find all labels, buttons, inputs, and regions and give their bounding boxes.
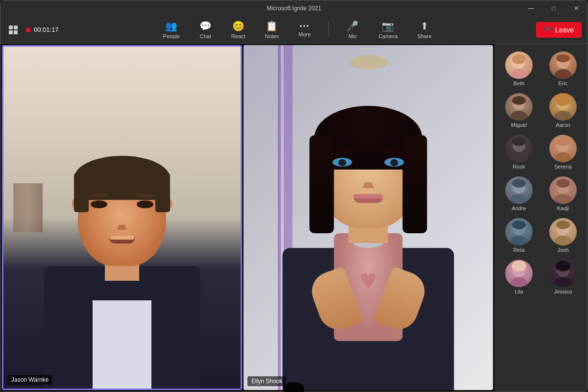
participant-avatar-aaron — [549, 93, 577, 121]
more-icon: ••• — [300, 22, 310, 30]
camera-button[interactable]: 📷 Camera — [374, 18, 401, 41]
notes-label: Notes — [265, 33, 279, 39]
people-button[interactable]: 👥 People — [159, 18, 184, 41]
miguel-avatar-image — [505, 93, 533, 121]
face — [78, 163, 166, 266]
rook-avatar-image — [505, 135, 533, 162]
phone-icon: 📞 — [542, 24, 554, 35]
people-icon: 👥 — [165, 20, 177, 32]
hair-right — [155, 173, 170, 212]
lila-avatar-image — [505, 260, 533, 287]
video-panel-ellyn[interactable]: ♥ — [244, 45, 493, 390]
ellyn-video-feed: ♥ — [244, 45, 493, 390]
josh-name: Josh — [557, 247, 568, 253]
participant-avatar-miguel — [505, 93, 533, 121]
svg-point-2 — [512, 54, 526, 64]
svg-point-1 — [510, 69, 528, 79]
participant-jessica[interactable]: Jessica — [542, 258, 584, 296]
participant-rook[interactable]: Rook — [498, 133, 539, 172]
leave-label: Leave — [555, 26, 574, 34]
participant-avatar-reta — [505, 218, 533, 245]
chat-button[interactable]: 💬 Chat — [196, 18, 216, 41]
serena-avatar-image — [549, 135, 577, 162]
participant-miguel[interactable]: Miguel — [498, 91, 539, 130]
aaron-avatar-image — [549, 93, 577, 121]
svg-point-4 — [554, 69, 572, 79]
more-label: More — [298, 31, 311, 37]
participant-andre[interactable]: Andre — [498, 174, 539, 213]
mic-button[interactable]: 🎤 Mic — [343, 18, 363, 41]
people-label: People — [163, 33, 180, 39]
svg-point-35 — [556, 261, 570, 271]
participant-aaron[interactable]: Aaron — [542, 91, 584, 130]
participant-beth[interactable]: Beth — [498, 49, 539, 88]
maximize-button[interactable]: □ — [542, 0, 565, 16]
heart-symbol: ♥ — [360, 265, 377, 294]
participants-grid: Beth Eric — [496, 48, 586, 298]
svg-point-32 — [512, 261, 526, 271]
svg-point-5 — [556, 54, 570, 62]
jessica-avatar-image — [549, 260, 577, 287]
svg-point-29 — [556, 220, 570, 229]
participant-kadji[interactable]: Kadji — [542, 174, 584, 213]
participant-josh[interactable]: Josh — [542, 216, 584, 255]
aaron-name: Aaron — [556, 122, 570, 128]
grid-view-button[interactable] — [6, 23, 20, 37]
react-button[interactable]: 😊 React — [227, 18, 249, 41]
participant-serena[interactable]: Serena — [542, 133, 584, 172]
svg-point-14 — [512, 137, 526, 146]
svg-point-20 — [512, 179, 526, 188]
jessica-name: Jessica — [554, 289, 572, 294]
toolbar-divider — [328, 22, 329, 38]
toolbar: 00:01:17 👥 People 💬 Chat 😊 React 📋 Notes… — [0, 16, 588, 44]
participant-avatar-serena — [549, 135, 577, 162]
mic-icon: 🎤 — [346, 20, 359, 32]
beth-name: Beth — [514, 80, 525, 86]
more-button[interactable]: ••• More — [294, 20, 315, 39]
react-label: React — [231, 33, 245, 39]
video-panel-jason[interactable]: Jason Warnke — [2, 45, 242, 390]
main-content: Jason Warnke — [0, 44, 588, 392]
participant-avatar-kadji — [549, 176, 577, 204]
svg-point-7 — [510, 111, 528, 121]
minimize-button[interactable]: — — [520, 0, 542, 16]
svg-point-22 — [554, 194, 572, 204]
eric-avatar-image — [549, 51, 577, 79]
camera-label: Camera — [378, 33, 397, 39]
reta-name: Reta — [513, 247, 524, 253]
recording-dot — [26, 27, 31, 32]
toolbar-right: 📞 Leave — [536, 22, 582, 38]
share-label: Share — [417, 33, 432, 39]
share-button[interactable]: ⬆ Share — [414, 18, 436, 41]
leave-button[interactable]: 📞 Leave — [536, 22, 582, 38]
jason-video-feed — [3, 47, 241, 389]
chat-icon: 💬 — [199, 20, 212, 32]
react-icon: 😊 — [232, 20, 245, 32]
serena-name: Serena — [554, 164, 571, 170]
participant-avatar-jessica — [549, 260, 577, 287]
eye-left — [91, 200, 107, 208]
close-button[interactable]: ✕ — [565, 0, 588, 16]
video-area: Jason Warnke — [0, 44, 494, 392]
svg-point-26 — [512, 220, 526, 229]
window-controls: — □ ✕ — [520, 0, 588, 16]
andre-name: Andre — [512, 205, 526, 211]
participant-avatar-rook — [505, 135, 533, 162]
grid-icon — [9, 25, 18, 34]
title-bar: Microsoft Ignite 2021 — □ ✕ — [0, 0, 588, 16]
notes-icon: 📋 — [266, 20, 278, 32]
toolbar-center: 👥 People 💬 Chat 😊 React 📋 Notes ••• More — [59, 18, 536, 41]
miguel-name: Miguel — [511, 122, 527, 128]
ellyn-avatar: ♥ — [244, 45, 493, 390]
svg-point-10 — [554, 111, 572, 121]
svg-point-13 — [510, 152, 528, 162]
camera-icon: 📷 — [382, 20, 394, 32]
pupil-left — [339, 159, 346, 166]
notes-button[interactable]: 📋 Notes — [261, 18, 283, 41]
toolbar-left: 00:01:17 — [6, 23, 59, 37]
participant-eric[interactable]: Eric — [542, 49, 584, 88]
window-title: Microsoft Ignite 2021 — [267, 5, 321, 12]
participant-reta[interactable]: Reta — [498, 216, 539, 255]
heart-hands: ♥ — [319, 258, 417, 321]
participant-lila[interactable]: Lila — [498, 258, 539, 296]
